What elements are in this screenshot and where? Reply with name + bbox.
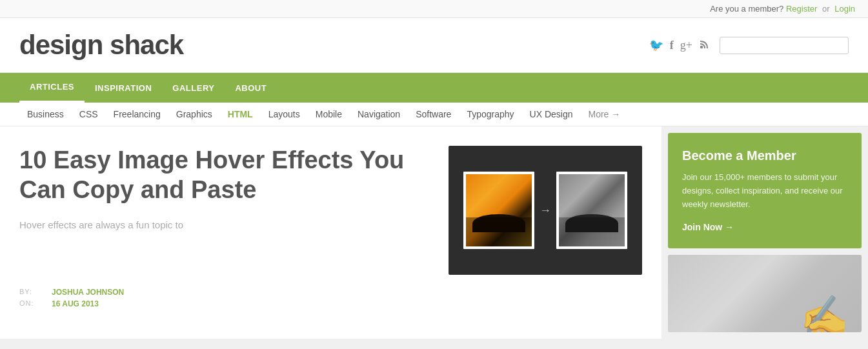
subnav-html[interactable]: HTML: [220, 103, 261, 126]
nav-inspiration[interactable]: INSPIRATION: [85, 74, 162, 102]
subnav-graphics[interactable]: Graphics: [168, 103, 220, 126]
by-label: BY:: [19, 288, 39, 297]
googleplus-icon[interactable]: g+: [680, 39, 692, 52]
header-right: 🐦 f g+: [649, 37, 849, 54]
top-bar: Are you a member? Register or Login: [0, 0, 868, 18]
subnav-css[interactable]: CSS: [72, 103, 106, 126]
header: design shack 🐦 f g+: [0, 18, 868, 73]
date-row: ON: 16 AUG 2013: [19, 299, 642, 308]
nav-gallery[interactable]: GALLERY: [162, 74, 225, 102]
subnav-layouts[interactable]: Layouts: [261, 103, 308, 126]
login-link[interactable]: Login: [834, 4, 855, 14]
main-content: 10 Easy Image Hover Effects You Can Copy…: [0, 126, 868, 339]
member-box-title: Become a Member: [682, 148, 847, 163]
image-hover-demo: →: [463, 172, 627, 249]
on-label: ON:: [19, 299, 39, 308]
subnav-freelancing[interactable]: Freelancing: [106, 103, 168, 126]
sidebar-image-placeholder: [668, 255, 862, 332]
logo-part1: design: [19, 30, 103, 60]
svg-rect-0: [700, 46, 703, 48]
nav-about[interactable]: ABOUT: [225, 74, 277, 102]
member-box: Become a Member Join our 15,000+ members…: [668, 133, 862, 248]
primary-nav: ARTICLES INSPIRATION GALLERY ABOUT: [0, 73, 868, 103]
social-icons: 🐦 f g+: [649, 38, 711, 53]
search-input[interactable]: [720, 37, 849, 54]
article-section: 10 Easy Image Hover Effects You Can Copy…: [0, 126, 661, 339]
arrow-icon: →: [540, 204, 551, 217]
article-date: 16 AUG 2013: [52, 299, 99, 308]
top-bar-separator: or: [822, 4, 830, 14]
logo[interactable]: design shack: [19, 30, 183, 61]
subnav-uxdesign[interactable]: UX Design: [522, 103, 581, 126]
subnav-navigation[interactable]: Navigation: [350, 103, 408, 126]
article-image-container: →: [449, 146, 642, 275]
demo-image-color: [463, 172, 534, 249]
rss-icon[interactable]: [699, 38, 711, 53]
sidebar: Become a Member Join our 15,000+ members…: [661, 126, 868, 339]
join-now-link[interactable]: Join Now →: [682, 222, 734, 232]
subnav-business[interactable]: Business: [19, 103, 72, 126]
sidebar-image-box: [668, 255, 862, 332]
demo-image-bw: [556, 172, 627, 249]
article-text: 10 Easy Image Hover Effects You Can Copy…: [19, 146, 429, 233]
author-name: JOSHUA JOHNSON: [52, 288, 124, 297]
author-row: BY: JOSHUA JOHNSON: [19, 288, 642, 297]
subnav-software[interactable]: Software: [408, 103, 459, 126]
color-photo: [466, 174, 532, 246]
member-box-description: Join our 15,000+ members to submit your …: [682, 171, 847, 211]
twitter-icon[interactable]: 🐦: [649, 38, 663, 52]
article-meta: BY: JOSHUA JOHNSON ON: 16 AUG 2013: [0, 288, 661, 321]
article-inner: 10 Easy Image Hover Effects You Can Copy…: [0, 126, 661, 288]
subnav-more[interactable]: More →: [580, 103, 628, 126]
top-bar-text: Are you a member?: [710, 4, 783, 14]
facebook-icon[interactable]: f: [670, 39, 674, 52]
subnav-mobile[interactable]: Mobile: [308, 103, 350, 126]
article-excerpt: Hover effects are always a fun topic to: [19, 217, 429, 233]
register-link[interactable]: Register: [786, 4, 817, 14]
logo-part2: shack: [110, 30, 183, 60]
nav-articles[interactable]: ARTICLES: [19, 73, 85, 103]
subnav-typography[interactable]: Typography: [459, 103, 521, 126]
secondary-nav: Business CSS Freelancing Graphics HTML L…: [0, 103, 868, 126]
bw-photo: [559, 174, 625, 246]
article-title: 10 Easy Image Hover Effects You Can Copy…: [19, 146, 429, 204]
